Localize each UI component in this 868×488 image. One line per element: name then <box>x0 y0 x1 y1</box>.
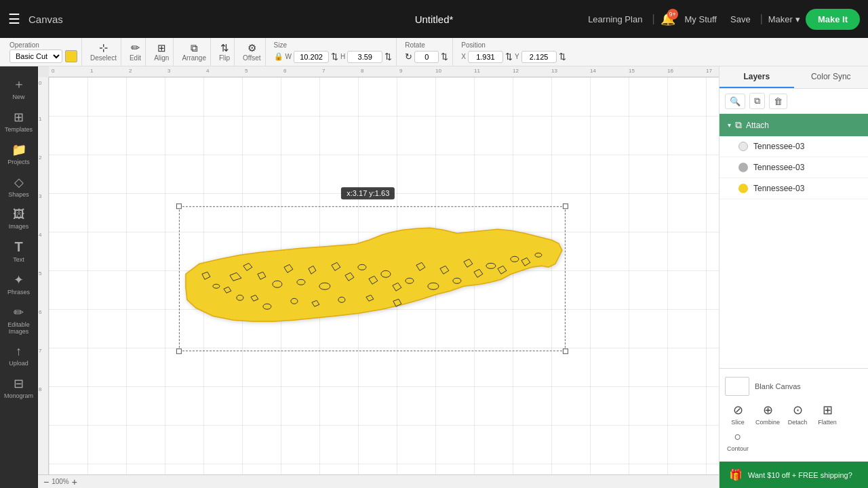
offset-icon[interactable]: ⚙ <box>248 42 256 54</box>
arrange-label: Arrange <box>182 54 206 62</box>
layer-item-0[interactable]: Tennessee-03 <box>719 136 868 157</box>
layer-item-2[interactable]: Tennessee-03 <box>719 178 868 199</box>
y-label: Y <box>515 53 519 60</box>
sidebar-item-text[interactable]: T Text <box>3 235 35 267</box>
flip-icon[interactable]: ⇅ <box>220 42 229 54</box>
align-icon[interactable]: ⊞ <box>157 42 166 54</box>
sidebar-item-projects[interactable]: 📁 Projects <box>3 138 35 169</box>
vertical-ruler: 0 1 2 3 4 5 6 7 8 <box>38 77 49 474</box>
hamburger-menu-icon[interactable]: ☰ <box>8 11 20 27</box>
deselect-group: ⊹ Deselect <box>86 38 121 66</box>
flip-group: ⇅ Flip <box>215 38 235 66</box>
panel-content: 🔍 ⧉ 🗑 ▾ ⧉ Attach Tennessee-03 Tennessee-… <box>719 89 868 368</box>
promo-banner[interactable]: 🎁 Want $10 off + FREE shipping? <box>719 462 868 488</box>
detach-button[interactable]: ⊙ Detach <box>785 403 810 426</box>
zoom-in-button[interactable]: + <box>72 477 77 487</box>
edit-icon[interactable]: ✏ <box>131 41 140 54</box>
projects-icon: 📁 <box>12 142 26 157</box>
sidebar-item-monogram[interactable]: ⊟ Monogram <box>3 372 35 403</box>
layer-search-button[interactable]: 🔍 <box>725 94 745 109</box>
height-input[interactable]: 3.59 <box>347 51 382 63</box>
canvas-area[interactable]: 0 1 2 3 4 5 6 7 8 9 10 11 12 13 14 15 16… <box>38 66 719 488</box>
align-label: Align <box>154 54 169 62</box>
nav-links: Learning Plan | 🔔 9+ My Stuff Save | Mak… <box>584 9 860 30</box>
x-stepper[interactable]: ⇅ <box>505 52 513 62</box>
slice-icon: ⊘ <box>733 403 743 418</box>
learning-plan-link[interactable]: Learning Plan <box>584 12 646 27</box>
sidebar: ＋ New ⊞ Templates 📁 Projects ◇ Shapes 🖼 … <box>0 66 38 488</box>
width-stepper[interactable]: ⇅ <box>331 52 338 62</box>
handle-tr[interactable] <box>563 203 568 209</box>
right-panel: Layers Color Sync 🔍 ⧉ 🗑 ▾ ⧉ Attach Tenne… <box>719 66 868 488</box>
sidebar-item-templates[interactable]: ⊞ Templates <box>3 106 35 137</box>
x-input[interactable]: 1.931 <box>468 51 503 63</box>
images-icon: 🖼 <box>13 207 25 222</box>
document-title[interactable]: Untitled* <box>415 14 454 25</box>
height-label: H <box>340 53 345 60</box>
layer-item-1[interactable]: Tennessee-03 <box>719 157 868 178</box>
top-bar: ☰ Canvas Untitled* Learning Plan | 🔔 9+ … <box>0 0 868 38</box>
tennessee-shape-container[interactable]: x:3.17 y:1.63 <box>179 206 566 351</box>
rotate-icon: ↻ <box>405 52 412 62</box>
templates-icon: ⊞ <box>14 110 24 125</box>
operation-select[interactable]: Basic Cut <box>9 49 62 63</box>
maker-dropdown-button[interactable]: Maker ▾ <box>768 14 800 24</box>
sidebar-item-editable-images[interactable]: ✏ Editable Images <box>3 301 35 339</box>
rotate-input[interactable]: 0 <box>414 51 439 63</box>
sep1: | <box>652 13 654 25</box>
toolbar: Operation Basic Cut ⊹ Deselect ✏ Edit ⊞ … <box>0 38 868 66</box>
monogram-icon: ⊟ <box>14 376 24 391</box>
blank-canvas-label: Blank Canvas <box>755 382 801 390</box>
handle-br[interactable] <box>563 348 568 354</box>
y-input[interactable]: 2.125 <box>521 51 557 63</box>
operation-label: Operation <box>9 41 77 49</box>
layer-name-1: Tennessee-03 <box>753 163 804 172</box>
contour-button[interactable]: ○ Contour <box>725 430 751 452</box>
zoom-out-button[interactable]: − <box>43 477 49 487</box>
tab-color-sync[interactable]: Color Sync <box>794 66 869 88</box>
rotate-group: Rotate ↻ 0 ⇅ <box>401 38 453 66</box>
my-stuff-link[interactable]: My Stuff <box>681 12 721 27</box>
flatten-button[interactable]: ⊞ Flatten <box>814 403 840 426</box>
main-content: ＋ New ⊞ Templates 📁 Projects ◇ Shapes 🖼 … <box>0 66 868 488</box>
attach-row[interactable]: ▾ ⧉ Attach <box>719 114 868 136</box>
canvas-grid[interactable]: x:3.17 y:1.63 <box>49 77 719 474</box>
notification-badge: 9+ <box>667 9 678 20</box>
make-it-button[interactable]: Make It <box>806 9 860 30</box>
layer-duplicate-button[interactable]: ⧉ <box>749 93 765 109</box>
tennessee-svg[interactable] <box>179 206 566 348</box>
sidebar-item-phrases[interactable]: ✦ Phrases <box>3 268 35 300</box>
combine-icon: ⊕ <box>763 403 773 418</box>
y-stepper[interactable]: ⇅ <box>559 52 566 62</box>
sidebar-item-shapes[interactable]: ◇ Shapes <box>3 171 35 202</box>
tab-layers[interactable]: Layers <box>719 66 794 88</box>
save-link[interactable]: Save <box>726 12 755 27</box>
handle-bl[interactable] <box>176 348 182 354</box>
deselect-icon[interactable]: ⊹ <box>99 41 108 54</box>
attach-label: Attach <box>746 121 769 130</box>
arrange-icon[interactable]: ⧉ <box>191 42 198 54</box>
align-group: ⊞ Align <box>150 38 174 66</box>
operation-group: Operation Basic Cut <box>5 38 82 66</box>
sidebar-item-images[interactable]: 🖼 Images <box>3 203 35 234</box>
handle-tl[interactable] <box>176 203 182 209</box>
notifications-button[interactable]: 🔔 9+ <box>660 12 675 26</box>
bottom-bar: − 100% + <box>38 474 719 488</box>
x-label: X <box>461 53 466 60</box>
combine-button[interactable]: ⊕ Combine <box>755 403 781 426</box>
slice-button[interactable]: ⊘ Slice <box>725 403 751 426</box>
layer-delete-button[interactable]: 🗑 <box>769 94 787 109</box>
color-swatch[interactable] <box>65 50 77 62</box>
height-stepper[interactable]: ⇅ <box>384 52 392 62</box>
sidebar-item-upload[interactable]: ↑ Upload <box>3 340 35 371</box>
rotate-stepper[interactable]: ⇅ <box>441 52 448 62</box>
size-label: Size <box>274 41 393 49</box>
size-group: Size 🔒 W 10.202 ⇅ H 3.59 ⇅ <box>270 38 397 66</box>
lock-icon: 🔒 <box>274 52 283 61</box>
attach-icon: ⧉ <box>735 119 742 131</box>
sidebar-item-new[interactable]: ＋ New <box>3 72 35 104</box>
layer-color-2 <box>738 184 748 193</box>
width-input[interactable]: 10.202 <box>294 51 329 63</box>
edit-group: ✏ Edit <box>125 38 146 66</box>
promo-gift-icon: 🎁 <box>729 468 743 481</box>
